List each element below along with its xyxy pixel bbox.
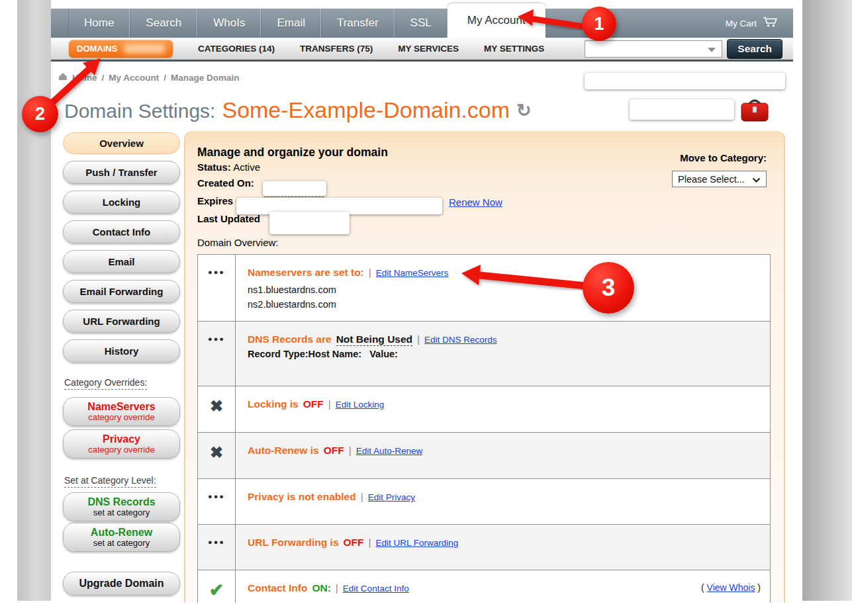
upgrade-domain-button[interactable]: Upgrade Domain: [63, 572, 180, 595]
category-select[interactable]: Please Select...: [672, 171, 767, 187]
sidebar-item-email[interactable]: Email: [63, 250, 180, 273]
row-title: Locking is: [248, 398, 299, 410]
separator: |: [369, 537, 371, 549]
subnav-item-transfers[interactable]: TRANSFERS (75): [300, 44, 373, 54]
nav-tab-search[interactable]: Search: [130, 9, 197, 38]
subnav-item-categories[interactable]: CATEGORIES (14): [198, 44, 275, 54]
category-title: Auto-Renew: [91, 527, 152, 539]
created-line: Created On:: [197, 177, 254, 189]
row-emphasis: Not Being Used: [336, 333, 412, 346]
x-icon: ✖: [210, 400, 223, 432]
status-value: Active: [233, 161, 260, 173]
domain-overview-label: Domain Overview:: [197, 237, 279, 248]
nav-tab-transfer[interactable]: Transfer: [321, 9, 395, 38]
row-title: Privacy is not enabled: [248, 491, 356, 503]
breadcrumb: Home / My Account / Manage Domain: [58, 72, 240, 83]
page-title: Domain Settings: Some-Example-Domain.com…: [64, 97, 532, 123]
edit-locking-link[interactable]: Edit Locking: [336, 400, 385, 410]
annotation-circle-2: 2: [22, 96, 58, 132]
row-title: Contact Info: [248, 582, 307, 594]
sidebar: Overview Push / Transfer Locking Contact…: [63, 132, 180, 602]
page-right-margin: [802, 0, 852, 601]
row-status-off: OFF: [303, 398, 324, 410]
override-subtitle: category override: [88, 445, 154, 455]
edit-privacy-link[interactable]: Edit Privacy: [368, 492, 415, 502]
nameserver-value: ns1.bluestardns.com: [248, 283, 761, 298]
override-subtitle: category override: [88, 413, 154, 422]
row-title: Nameservers are set to:: [248, 267, 364, 279]
dots-icon: ●●●: [208, 492, 225, 524]
subnav-item-my-services[interactable]: MY SERVICES: [398, 44, 459, 54]
domain-search-combobox[interactable]: [585, 40, 722, 58]
breadcrumb-separator: /: [164, 73, 166, 83]
table-row-dns-records: ●●● DNS Records are Not Being Used | Edi…: [198, 322, 770, 386]
table-row-locking: ✖ Locking is OFF | Edit Locking: [198, 386, 770, 433]
search-button[interactable]: Search: [727, 39, 782, 59]
paren-open: (: [701, 582, 704, 593]
sidebar-item-url-forwarding[interactable]: URL Forwarding: [63, 310, 180, 333]
sidebar-item-push-transfer[interactable]: Push / Transfer: [63, 161, 180, 184]
nav-tab-my-account[interactable]: My Account: [448, 3, 545, 38]
updated-line: Last Updated: [197, 213, 260, 224]
refresh-icon[interactable]: ↻: [516, 100, 532, 121]
domain-overview-table: ●●● Nameservers are set to: | Edit NameS…: [197, 254, 771, 603]
edit-dns-records-link[interactable]: Edit DNS Records: [424, 335, 497, 345]
row-status-on: ON:: [312, 582, 330, 594]
edit-contact-info-link[interactable]: Edit Contact Info: [343, 584, 409, 594]
sidebar-item-nameservers-override[interactable]: NameServers category override: [63, 397, 180, 426]
nav-tab-home[interactable]: Home: [68, 9, 130, 38]
separator: |: [349, 445, 352, 457]
updated-label: Last Updated: [197, 213, 260, 224]
nav-tab-ssl[interactable]: SSL: [395, 9, 448, 38]
subnav-item-domains[interactable]: DOMAINS: [69, 40, 173, 58]
select-chevron-down-icon: [752, 174, 761, 185]
nameserver-value: ns2.bluestardns.com: [248, 298, 761, 312]
redacted-value: [630, 99, 734, 120]
created-label: Created On:: [197, 177, 254, 189]
dots-icon: ●●●: [208, 268, 225, 321]
sidebar-item-auto-renew-category[interactable]: Auto-Renew set at category: [63, 523, 180, 552]
sidebar-item-locking[interactable]: Locking: [63, 191, 180, 214]
dashed-underline: [264, 197, 324, 197]
my-cart-label: My Cart: [726, 19, 757, 28]
table-row-url-forwarding: ●●● URL Forwarding is OFF | Edit URL For…: [198, 525, 770, 570]
sidebar-item-dns-records-category[interactable]: DNS Records set at category: [63, 492, 180, 521]
edit-nameservers-link[interactable]: Edit NameServers: [376, 268, 449, 278]
x-icon: ✖: [210, 446, 223, 478]
override-title: NameServers: [87, 402, 155, 413]
subnav-item-my-settings[interactable]: MY SETTINGS: [484, 44, 544, 54]
cart-icon: [763, 17, 779, 30]
breadcrumb-home[interactable]: Home: [72, 73, 97, 83]
nav-tab-whois[interactable]: WhoIs: [197, 9, 261, 38]
combobox-dropdown-arrow-icon[interactable]: [708, 48, 716, 52]
view-whois-link[interactable]: View Whois: [707, 582, 755, 593]
sidebar-item-contact-info[interactable]: Contact Info: [63, 220, 180, 243]
upgrade-domain-label: Upgrade Domain: [79, 578, 164, 590]
edit-url-forwarding-link[interactable]: Edit URL Forwarding: [376, 538, 459, 548]
toolbox-icon[interactable]: [739, 97, 770, 126]
breadcrumb-separator: /: [102, 73, 105, 83]
separator: |: [417, 333, 420, 345]
separator: |: [328, 398, 331, 410]
row-status-off: OFF: [344, 537, 364, 549]
view-whois-wrapper: ( View Whois ): [701, 582, 761, 593]
edit-auto-renew-link[interactable]: Edit Auto-Renew: [356, 446, 423, 456]
row-status-off: OFF: [324, 445, 344, 457]
status-line: Status: Active: [197, 161, 260, 173]
sidebar-item-email-forwarding[interactable]: Email Forwarding: [63, 280, 180, 303]
breadcrumb-my-account[interactable]: My Account: [109, 73, 159, 83]
sidebar-item-overview[interactable]: Overview: [63, 132, 180, 154]
nav-tab-email[interactable]: Email: [261, 9, 321, 38]
page-title-domain: Some-Example-Domain.com: [222, 97, 510, 123]
row-title: Auto-Renew is: [248, 445, 319, 457]
breadcrumb-manage-domain: Manage Domain: [171, 73, 240, 83]
annotation-circle-3: 3: [583, 262, 634, 314]
dots-icon: ●●●: [208, 538, 225, 570]
renew-now-link[interactable]: Renew Now: [449, 197, 502, 208]
sidebar-item-privacy-override[interactable]: Privacy category override: [63, 429, 180, 459]
redacted-updated-date: [269, 212, 350, 234]
table-row-contact-info: ✔ Contact Info ON: | Edit Contact Info (…: [198, 570, 770, 603]
row-title: URL Forwarding is: [248, 537, 339, 549]
my-cart-button[interactable]: My Cart: [726, 9, 793, 38]
sidebar-item-history[interactable]: History: [63, 339, 180, 363]
